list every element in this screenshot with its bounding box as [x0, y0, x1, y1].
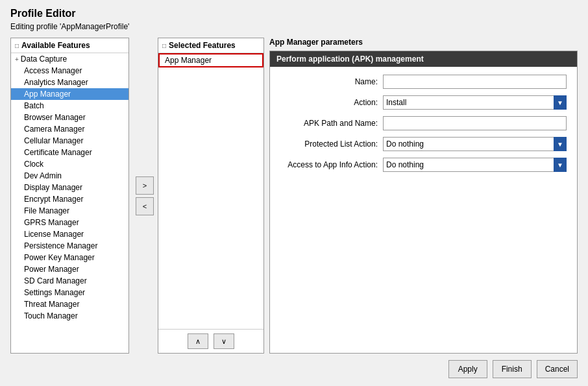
middle-section: > < □ Selected Features App Manager ∧ ∨ — [134, 38, 264, 354]
list-item-certificate-manager[interactable]: Certificate Manager — [11, 147, 129, 158]
list-item-persistence-manager[interactable]: Persistence Manager — [11, 240, 129, 252]
apk-input[interactable] — [383, 116, 567, 130]
params-panel: App Manager parameters Perform applicati… — [269, 38, 578, 354]
list-item-license-manager[interactable]: License Manager — [11, 228, 129, 240]
list-item-clock[interactable]: Clock — [11, 158, 129, 170]
list-item-display-manager[interactable]: Display Manager — [11, 182, 129, 193]
move-up-button[interactable]: ∧ — [188, 333, 208, 349]
expand-icon: + — [15, 56, 19, 63]
name-input[interactable] — [383, 75, 567, 89]
data-capture-group[interactable]: + Data Capture — [11, 53, 129, 65]
finish-button[interactable]: Finish — [493, 360, 532, 378]
selected-collapse-icon[interactable]: □ — [162, 42, 166, 49]
available-features-list: + Data Capture Access Manager Analytics … — [11, 53, 129, 353]
name-label: Name: — [280, 77, 378, 86]
list-item-analytics-manager[interactable]: Analytics Manager — [11, 77, 129, 88]
dialog-subtitle: Editing profile 'AppManagerProfile' — [10, 22, 578, 31]
action-label: Action: — [280, 98, 378, 107]
list-item-file-manager[interactable]: File Manager — [11, 205, 129, 217]
apk-row: APK Path and Name: — [280, 116, 567, 130]
protected-list-select[interactable]: Do nothing Add Remove — [383, 137, 567, 151]
name-row: Name: — [280, 75, 567, 89]
params-header: Perform application (APK) management — [270, 51, 577, 67]
available-features-panel: □ Available Features + Data Capture Acce… — [10, 38, 129, 354]
access-select-wrapper: Do nothing Allow Deny ▼ — [383, 158, 567, 172]
list-item-batch[interactable]: Batch — [11, 100, 129, 112]
params-body: Name: Action: Install Uninstall Update — [270, 67, 577, 180]
action-row: Action: Install Uninstall Update ▼ — [280, 95, 567, 110]
list-item-threat-manager[interactable]: Threat Manager — [11, 298, 129, 310]
transfer-arrows: > < — [134, 38, 155, 354]
available-features-label: Available Features — [21, 41, 90, 50]
list-item-encrypt-manager[interactable]: Encrypt Manager — [11, 193, 129, 205]
apply-button[interactable]: Apply — [448, 360, 487, 378]
action-select-wrapper: Install Uninstall Update ▼ — [383, 95, 567, 110]
add-feature-button[interactable]: > — [136, 176, 154, 195]
action-select[interactable]: Install Uninstall Update — [383, 95, 567, 110]
collapse-icon[interactable]: □ — [15, 42, 19, 49]
access-label: Access to App Info Action: — [280, 160, 378, 169]
params-content: Perform application (APK) management Nam… — [269, 51, 578, 354]
list-item-camera-manager[interactable]: Camera Manager — [11, 123, 129, 135]
access-row: Access to App Info Action: Do nothing Al… — [280, 158, 567, 172]
reorder-arrows: ∧ ∨ — [158, 329, 263, 353]
protected-list-select-wrapper: Do nothing Add Remove ▼ — [383, 137, 567, 151]
selected-features-label: Selected Features — [169, 41, 236, 50]
list-item-dev-admin[interactable]: Dev Admin — [11, 170, 129, 182]
protected-list-label: Protected List Action: — [280, 139, 378, 149]
list-item-power-manager[interactable]: Power Manager — [11, 263, 129, 275]
list-item-sd-card-manager[interactable]: SD Card Manager — [11, 275, 129, 287]
protected-list-row: Protected List Action: Do nothing Add Re… — [280, 137, 567, 151]
available-features-header: □ Available Features — [11, 38, 129, 53]
params-panel-title: App Manager parameters — [269, 38, 578, 47]
selected-app-manager[interactable]: App Manager — [158, 53, 263, 67]
footer: Apply Finish Cancel — [10, 354, 578, 378]
selected-features-list: App Manager — [158, 53, 263, 329]
list-item-touch-manager[interactable]: Touch Manager — [11, 310, 129, 322]
list-item-gprs-manager[interactable]: GPRS Manager — [11, 217, 129, 228]
list-item-cellular-manager[interactable]: Cellular Manager — [11, 135, 129, 147]
list-item-app-manager[interactable]: App Manager — [11, 88, 129, 100]
data-capture-label: Data Capture — [21, 54, 67, 64]
selected-features-header: □ Selected Features — [158, 38, 263, 53]
list-item-access-manager[interactable]: Access Manager — [11, 65, 129, 77]
list-item-settings-manager[interactable]: Settings Manager — [11, 287, 129, 298]
access-select[interactable]: Do nothing Allow Deny — [383, 158, 567, 172]
dialog-title: Profile Editor — [10, 8, 578, 19]
move-down-button[interactable]: ∨ — [214, 333, 234, 349]
apk-label: APK Path and Name: — [280, 119, 378, 128]
cancel-button[interactable]: Cancel — [537, 360, 578, 378]
list-item-power-key-manager[interactable]: Power Key Manager — [11, 252, 129, 263]
selected-features-panel: □ Selected Features App Manager ∧ ∨ — [158, 38, 264, 354]
list-item-browser-manager[interactable]: Browser Manager — [11, 112, 129, 123]
remove-feature-button[interactable]: < — [136, 197, 154, 215]
